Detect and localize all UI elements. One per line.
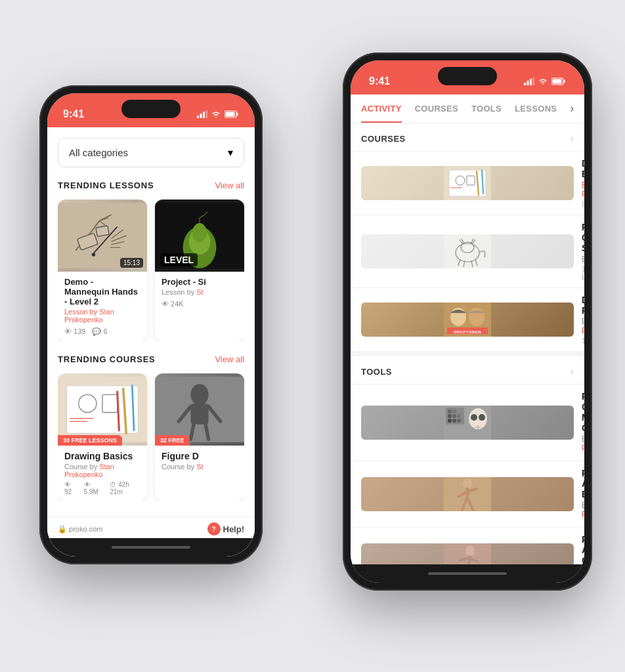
course-list-item-christy[interactable]: Poses for Artists - Christy By Stan Prok… xyxy=(351,527,584,564)
left-bottom-bar: 🔒 proko.com ? Help! xyxy=(47,516,255,538)
status-icons-left xyxy=(197,110,239,118)
thumb-proko-sampler xyxy=(361,234,574,268)
course-list-lessons-draftsmen: 106 Lessons xyxy=(582,337,584,345)
drawing-basics-list-thumb xyxy=(444,166,491,200)
trending-lessons-header: TRENDING LESSONS View all xyxy=(58,180,244,190)
course-title-2: Figure D xyxy=(162,451,238,461)
lesson-title-2: Project - Si xyxy=(162,277,238,287)
course-stats-1: 👁 92 👁 5.9M ⏱ 42h 21m xyxy=(64,481,140,495)
signal-icon xyxy=(197,110,207,118)
lesson-card-2[interactable]: LEVEL Project - Si Lesson by St 👁 24K xyxy=(155,200,244,341)
phone-right-screen: 9:41 xyxy=(351,60,584,583)
lessons-row: 15:13 Demo - Mannequin Hands - Level 2 L… xyxy=(58,200,244,341)
tab-courses[interactable]: COURSES xyxy=(415,94,458,123)
status-bar-right: 9:41 xyxy=(351,60,584,94)
course-free-badge-2: 32 FREE xyxy=(155,435,190,446)
signal-icon-right xyxy=(524,77,534,85)
lesson-by-1: Lesson by Stan Prokopenko xyxy=(64,308,140,324)
status-icons-right xyxy=(524,77,566,85)
left-url: 🔒 proko.com xyxy=(58,525,102,534)
trending-courses-view-all[interactable]: View all xyxy=(215,354,244,364)
svg-rect-42 xyxy=(524,83,526,85)
course-list-by-markers: By Stan Prokopenko xyxy=(582,434,584,453)
course-thumb-1: 30 FREE LESSONS xyxy=(58,373,147,446)
nav-tabs: ACTIVITY COURSES TOOLS LESSONS › xyxy=(351,94,584,123)
course-by-2: Course by St xyxy=(162,463,238,471)
trending-courses-title: TRENDING COURSES xyxy=(58,354,156,364)
thumb-draftsmen: DRAFTSMEN xyxy=(361,303,574,337)
course-free-badge-1: 30 FREE LESSONS xyxy=(58,435,122,446)
phone-right: 9:41 xyxy=(343,52,592,591)
svg-rect-44 xyxy=(530,79,532,85)
courses-section-header: COURSES › xyxy=(351,123,584,151)
thumb-markers xyxy=(361,406,574,440)
svg-rect-1 xyxy=(200,114,202,118)
course-list-item-ethan[interactable]: Poses for Artists - Ethan By Stan Prokop… xyxy=(351,461,584,527)
thumb-ethan xyxy=(361,477,574,511)
help-button-left[interactable]: ? Help! xyxy=(207,522,245,536)
svg-point-97 xyxy=(465,546,475,556)
trending-courses-header: TRENDING COURSES View all xyxy=(58,354,244,364)
svg-point-76 xyxy=(457,410,461,413)
nav-more-button[interactable]: › xyxy=(570,102,574,116)
course-list-info-proko-sampler: Proko Course Sampler By Proko 19 Lessons xyxy=(582,222,584,281)
home-indicator-right xyxy=(351,564,584,583)
phone-left-screen: 9:41 xyxy=(47,93,255,556)
course-list-title-ethan: Poses for Artists - Ethan xyxy=(582,468,584,499)
lesson-thumb-2: LEVEL xyxy=(155,200,244,272)
svg-rect-5 xyxy=(237,113,238,116)
svg-rect-3 xyxy=(206,110,208,118)
svg-point-75 xyxy=(452,410,456,413)
svg-point-79 xyxy=(457,414,461,418)
course-list-item-draftsmen[interactable]: DRAFTSMEN Draftsmen Podcast By Stan Prok… xyxy=(351,287,584,351)
courses-section-arrow[interactable]: › xyxy=(571,133,574,144)
dynamic-island-right xyxy=(438,67,497,85)
courses-section: COURSES › xyxy=(351,123,584,351)
home-bar-left xyxy=(112,546,190,549)
christy-thumb xyxy=(444,543,491,564)
svg-rect-50 xyxy=(449,170,486,196)
home-bar-right xyxy=(428,572,507,575)
svg-rect-37 xyxy=(190,404,208,425)
svg-point-36 xyxy=(190,384,208,406)
course-by-1: Course by Stan Prokopenko xyxy=(64,463,140,478)
course-list-title-drawing-basics: Drawing Basics xyxy=(582,158,584,179)
ethan-thumb xyxy=(444,477,491,511)
tab-tools[interactable]: TOOLS xyxy=(471,94,502,123)
courses-section-title: COURSES xyxy=(361,134,406,144)
course-list-item-drawing-basics[interactable]: Drawing Basics By Stan Prokopenko 92 Les… xyxy=(351,151,584,215)
thumb-christy xyxy=(361,543,574,564)
battery-icon xyxy=(225,110,239,118)
right-screen-content[interactable]: COURSES › xyxy=(351,123,584,564)
course-list-title-markers: Proko OLO Markers - Grays ... xyxy=(582,391,584,433)
lesson-info-2: Project - Si Lesson by St 👁 24K xyxy=(155,272,244,313)
category-selector[interactable]: All categories ▾ xyxy=(58,138,244,167)
home-indicator-left xyxy=(47,538,255,556)
time-left: 9:41 xyxy=(63,108,84,120)
svg-rect-45 xyxy=(533,77,535,85)
course-info-1: Drawing Basics Course by Stan Prokopenko… xyxy=(58,446,147,501)
course-list-item-proko-sampler[interactable]: Proko Course Sampler By Proko 19 Lessons xyxy=(351,215,584,287)
left-scroll-area[interactable]: All categories ▾ TRENDING LESSONS View a… xyxy=(47,127,255,516)
svg-rect-6 xyxy=(226,112,235,117)
course-card-1[interactable]: 30 FREE LESSONS Drawing Basics Course by… xyxy=(58,373,147,501)
course-card-2[interactable]: 32 FREE Figure D Course by St xyxy=(155,373,244,501)
tools-section-title: TOOLS xyxy=(361,367,392,377)
lesson-stats-2: 👁 24K xyxy=(162,300,238,308)
svg-point-82 xyxy=(457,419,461,423)
course-list-by-ethan: By Stan Prokopenko xyxy=(582,501,584,519)
proko-sampler-thumb xyxy=(444,234,491,268)
course-list-info-drawing-basics: Drawing Basics By Stan Prokopenko 92 Les… xyxy=(582,158,584,208)
lesson-card-1[interactable]: 15:13 Demo - Mannequin Hands - Level 2 L… xyxy=(58,200,147,341)
tab-lessons[interactable]: LESSONS xyxy=(515,94,557,123)
svg-point-85 xyxy=(479,414,485,421)
svg-point-80 xyxy=(448,419,452,423)
course-list-item-markers[interactable]: Proko OLO Markers - Grays ... By Stan Pr… xyxy=(351,384,584,461)
svg-rect-14 xyxy=(96,226,109,237)
tab-activity[interactable]: ACTIVITY xyxy=(361,94,402,123)
lesson-thumb-1: 15:13 xyxy=(58,200,147,272)
course-list-by-drawing-basics: By Stan Prokopenko xyxy=(582,180,584,199)
tools-section-arrow[interactable]: › xyxy=(571,366,574,377)
course-title-1: Drawing Basics xyxy=(64,451,140,461)
trending-lessons-view-all[interactable]: View all xyxy=(215,180,244,190)
